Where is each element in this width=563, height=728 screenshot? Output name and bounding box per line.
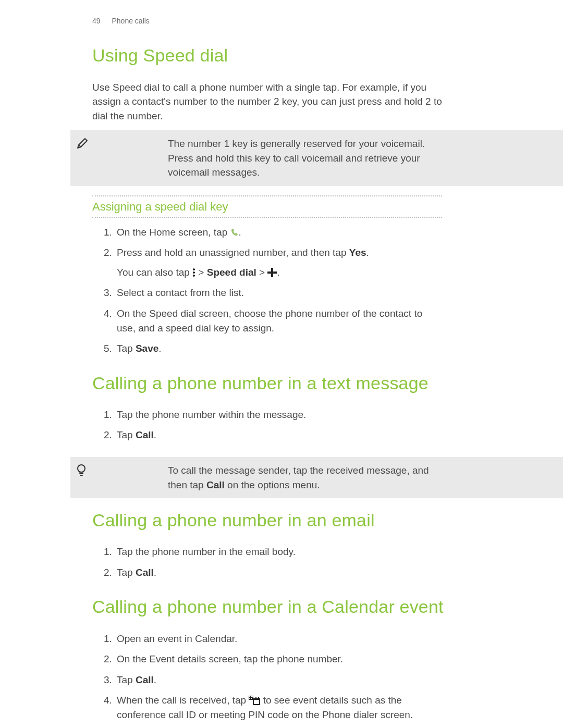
calendar-step-3: Tap Call. [115, 673, 442, 687]
event-details-icon [249, 696, 260, 705]
assign-step-1: On the Home screen, tap . [115, 225, 442, 240]
svg-rect-9 [255, 697, 256, 699]
page-header: 49 Phone calls [0, 16, 563, 26]
assign-step-2-alt: You can also tap > Speed dial > . [117, 265, 442, 280]
svg-rect-6 [251, 698, 252, 699]
svg-rect-8 [254, 700, 259, 704]
plus-icon [267, 268, 277, 277]
assign-step-5: Tap Save. [115, 341, 442, 356]
assign-steps-list: On the Home screen, tap . Press and hold… [0, 225, 563, 356]
email-step-2: Tap Call. [115, 565, 442, 580]
section-name: Phone calls [112, 17, 149, 25]
heading-calendar: Calling a phone number in a Calendar eve… [0, 594, 563, 620]
phone-icon [230, 228, 239, 237]
svg-rect-10 [258, 697, 259, 699]
textmsg-step-1: Tap the phone number within the message. [115, 408, 442, 422]
svg-rect-4 [252, 696, 253, 697]
heading-email: Calling a phone number in an email [0, 508, 563, 533]
assign-step-4: On the Speed dial screen, choose the pho… [115, 306, 442, 335]
textmsg-tip: To call the message sender, tap the rece… [70, 457, 563, 498]
subheading-assign-key: Assigning a speed dial key [92, 195, 442, 218]
email-steps-list: Tap the phone number in the email body. … [0, 545, 563, 579]
calendar-step-2: On the Event details screen, tap the pho… [115, 652, 442, 667]
voicemail-note: The number 1 key is generally reserved f… [70, 130, 563, 186]
page-number: 49 [92, 17, 101, 25]
heading-speed-dial: Using Speed dial [0, 43, 563, 68]
calendar-steps-list: Open an event in Calendar. On the Event … [0, 632, 563, 722]
lightbulb-icon [76, 463, 89, 477]
heading-text-message: Calling a phone number in a text message [0, 371, 563, 396]
calendar-step-4: When the call is received, tap to see ev… [115, 693, 442, 722]
svg-point-0 [78, 465, 85, 472]
svg-rect-2 [249, 696, 250, 697]
speed-dial-intro: Use Speed dial to call a phone number wi… [0, 80, 563, 124]
voicemail-note-text: The number 1 key is generally reserved f… [168, 138, 425, 178]
svg-rect-3 [251, 696, 252, 697]
pencil-icon [76, 137, 89, 150]
textmsg-steps-list: Tap the phone number within the message.… [0, 408, 563, 442]
assign-step-2: Press and hold an unassigned number, and… [115, 245, 442, 279]
email-step-1: Tap the phone number in the email body. [115, 545, 442, 559]
svg-rect-5 [249, 698, 250, 699]
textmsg-step-2: Tap Call. [115, 428, 442, 442]
manual-page: 49 Phone calls Using Speed dial Use Spee… [0, 0, 563, 728]
assign-step-3: Select a contact from the list. [115, 286, 442, 300]
calendar-step-1: Open an event in Calendar. [115, 632, 442, 646]
